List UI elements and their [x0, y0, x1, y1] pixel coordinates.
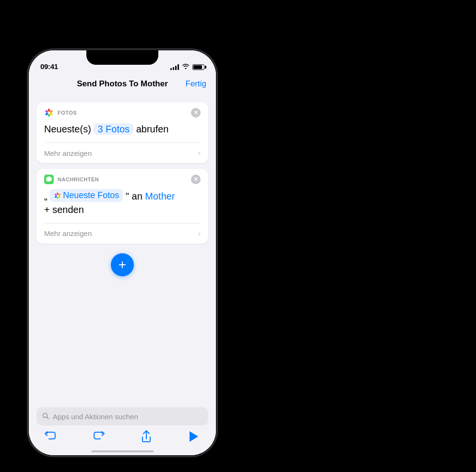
photos-app-icon	[44, 108, 54, 118]
play-icon	[189, 431, 199, 445]
nav-bar: Send Photos To Mother Fertig	[29, 73, 216, 94]
card2-mehr-anzeigen-row[interactable]: Mehr anzeigen ›	[36, 224, 208, 244]
svg-line-17	[47, 417, 49, 419]
card2-neueste-fotos-token[interactable]: Neueste Fotos	[50, 189, 123, 202]
card2-chevron-icon: ›	[198, 229, 201, 238]
card-photos-close-button[interactable]: ✕	[191, 108, 201, 118]
card-messages-close-button[interactable]: ✕	[191, 175, 201, 184]
search-bar[interactable]: Apps und Aktionen suchen	[36, 407, 208, 425]
home-indicator	[91, 450, 154, 452]
card-photos-body: Neueste(s) 3 Fotos abrufen	[36, 120, 208, 142]
share-icon	[141, 430, 152, 446]
card1-body-post: abrufen	[136, 124, 169, 134]
card2-quote-close: " an	[126, 191, 143, 201]
card1-body-pre: Neueste(s)	[44, 124, 91, 134]
nav-title: Send Photos To Mother	[77, 79, 168, 89]
card-messages: NACHRICHTEN ✕ „ Neueste F	[36, 169, 208, 244]
play-button[interactable]	[185, 429, 202, 447]
svg-point-7	[48, 111, 50, 114]
redo-button[interactable]	[90, 429, 107, 447]
card-messages-header: NACHRICHTEN ✕	[36, 169, 208, 187]
svg-marker-18	[190, 431, 198, 442]
card-photos-header: FOTOS ✕	[36, 102, 208, 120]
card1-mehr-anzeigen-row[interactable]: Mehr anzeigen ›	[36, 143, 208, 163]
done-button[interactable]: Fertig	[186, 79, 206, 89]
messages-app-icon	[44, 175, 54, 184]
bottom-area: Apps und Aktionen suchen	[29, 407, 216, 455]
card2-plus: +	[44, 204, 50, 215]
undo-button[interactable]	[42, 429, 60, 447]
add-action-area: +	[36, 253, 208, 276]
search-placeholder-text: Apps und Aktionen suchen	[53, 413, 138, 421]
svg-point-15	[57, 194, 59, 197]
card2-quote-open: „	[44, 191, 48, 201]
battery-icon	[192, 64, 204, 70]
card1-count-token[interactable]: 3 Fotos	[94, 123, 133, 135]
card-messages-body: „ Neueste Fotos " an Mother	[36, 187, 208, 223]
phone-frame: 09:41 Send Photos To Mother Fertig	[29, 50, 216, 455]
wifi-icon	[182, 63, 190, 71]
card-photos: FOTOS ✕ Neueste(s) 3 Fotos abrufen Mehr …	[36, 102, 208, 163]
card2-token-label: Neueste Fotos	[63, 189, 119, 201]
card2-mehr-anzeigen-label: Mehr anzeigen	[44, 229, 92, 237]
signal-bars-icon	[170, 64, 179, 70]
card1-chevron-icon: ›	[198, 149, 201, 157]
card1-mehr-anzeigen-label: Mehr anzeigen	[44, 149, 92, 157]
card2-recipient-token[interactable]: Mother	[145, 191, 175, 201]
toolbar	[36, 429, 208, 447]
share-button[interactable]	[138, 429, 155, 447]
status-icons	[170, 63, 204, 71]
search-icon	[42, 413, 49, 421]
card2-senden: senden	[52, 204, 84, 215]
card-messages-label: NACHRICHTEN	[58, 177, 187, 182]
card-photos-label: FOTOS	[58, 110, 187, 116]
content-area: FOTOS ✕ Neueste(s) 3 Fotos abrufen Mehr …	[29, 94, 216, 407]
add-action-button[interactable]: +	[111, 253, 134, 276]
notch	[86, 50, 158, 65]
status-time: 09:41	[40, 62, 58, 71]
redo-icon	[92, 431, 105, 445]
undo-icon	[45, 431, 57, 445]
